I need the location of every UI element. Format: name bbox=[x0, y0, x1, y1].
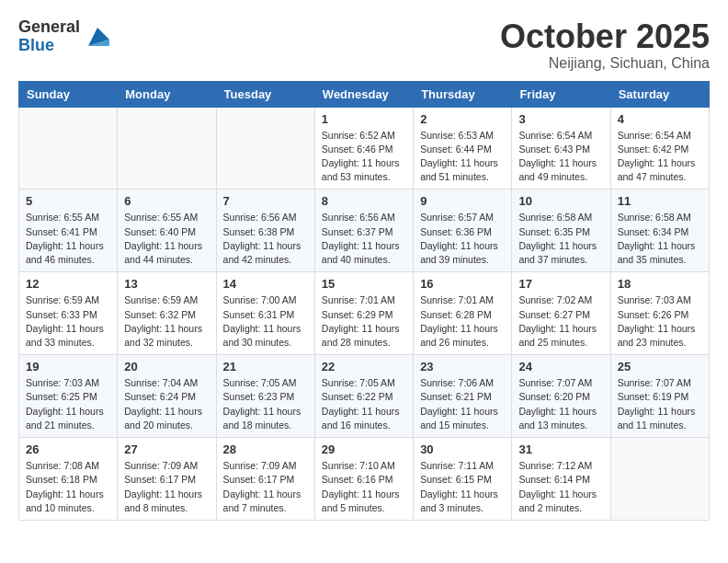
day-info: Sunrise: 7:06 AM Sunset: 6:21 PM Dayligh… bbox=[420, 376, 505, 432]
day-info: Sunrise: 7:03 AM Sunset: 6:25 PM Dayligh… bbox=[26, 376, 110, 432]
day-number: 19 bbox=[26, 360, 110, 373]
day-number: 8 bbox=[322, 194, 406, 208]
day-info: Sunrise: 7:01 AM Sunset: 6:29 PM Dayligh… bbox=[322, 293, 406, 350]
day-number: 21 bbox=[223, 360, 308, 373]
day-number: 18 bbox=[618, 277, 702, 291]
day-number: 11 bbox=[618, 194, 702, 208]
day-info: Sunrise: 6:55 AM Sunset: 6:40 PM Dayligh… bbox=[124, 211, 209, 267]
calendar-cell: 6Sunrise: 6:55 AM Sunset: 6:40 PM Daylig… bbox=[118, 190, 216, 272]
calendar-cell: 24Sunrise: 7:07 AM Sunset: 6:20 PM Dayli… bbox=[512, 355, 610, 438]
day-info: Sunrise: 7:03 AM Sunset: 6:26 PM Dayligh… bbox=[618, 293, 702, 350]
day-info: Sunrise: 7:09 AM Sunset: 6:17 PM Dayligh… bbox=[223, 459, 308, 515]
calendar-cell: 21Sunrise: 7:05 AM Sunset: 6:23 PM Dayli… bbox=[216, 355, 314, 438]
day-info: Sunrise: 6:58 AM Sunset: 6:34 PM Dayligh… bbox=[618, 211, 702, 267]
calendar-week-row: 19Sunrise: 7:03 AM Sunset: 6:25 PM Dayli… bbox=[19, 355, 710, 438]
calendar-cell: 11Sunrise: 6:58 AM Sunset: 6:34 PM Dayli… bbox=[610, 190, 709, 272]
logo-general: General bbox=[18, 18, 80, 37]
day-info: Sunrise: 7:05 AM Sunset: 6:22 PM Dayligh… bbox=[322, 376, 406, 432]
location: Neijiang, Sichuan, China bbox=[500, 55, 710, 72]
title-section: October 2025 Neijiang, Sichuan, China bbox=[500, 18, 710, 72]
calendar-cell: 10Sunrise: 6:58 AM Sunset: 6:35 PM Dayli… bbox=[512, 190, 610, 272]
calendar-cell: 13Sunrise: 6:59 AM Sunset: 6:32 PM Dayli… bbox=[118, 272, 216, 355]
calendar-cell: 17Sunrise: 7:02 AM Sunset: 6:27 PM Dayli… bbox=[512, 272, 610, 355]
calendar-cell bbox=[118, 107, 216, 190]
calendar-cell: 1Sunrise: 6:52 AM Sunset: 6:46 PM Daylig… bbox=[314, 107, 413, 190]
day-header: Monday bbox=[118, 81, 216, 107]
day-info: Sunrise: 7:07 AM Sunset: 6:19 PM Dayligh… bbox=[618, 376, 702, 432]
page-header: General Blue October 2025 Neijiang, Sich… bbox=[18, 18, 710, 72]
day-info: Sunrise: 6:53 AM Sunset: 6:44 PM Dayligh… bbox=[420, 129, 505, 185]
calendar-cell: 26Sunrise: 7:08 AM Sunset: 6:18 PM Dayli… bbox=[19, 438, 118, 521]
day-info: Sunrise: 7:11 AM Sunset: 6:15 PM Dayligh… bbox=[420, 459, 505, 515]
calendar-cell: 30Sunrise: 7:11 AM Sunset: 6:15 PM Dayli… bbox=[414, 438, 512, 521]
day-number: 31 bbox=[518, 442, 603, 456]
day-header: Tuesday bbox=[216, 81, 314, 107]
calendar-week-row: 12Sunrise: 6:59 AM Sunset: 6:33 PM Dayli… bbox=[19, 272, 710, 355]
calendar: SundayMondayTuesdayWednesdayThursdayFrid… bbox=[18, 81, 710, 521]
calendar-cell: 20Sunrise: 7:04 AM Sunset: 6:24 PM Dayli… bbox=[118, 355, 216, 438]
day-info: Sunrise: 7:10 AM Sunset: 6:16 PM Dayligh… bbox=[322, 459, 406, 515]
logo-text: General Blue bbox=[18, 18, 80, 55]
day-number: 12 bbox=[26, 277, 110, 291]
day-info: Sunrise: 6:56 AM Sunset: 6:37 PM Dayligh… bbox=[322, 211, 406, 267]
day-info: Sunrise: 6:57 AM Sunset: 6:36 PM Dayligh… bbox=[420, 211, 505, 267]
day-number: 24 bbox=[518, 360, 603, 373]
day-info: Sunrise: 6:56 AM Sunset: 6:38 PM Dayligh… bbox=[223, 211, 308, 267]
calendar-cell: 14Sunrise: 7:00 AM Sunset: 6:31 PM Dayli… bbox=[216, 272, 314, 355]
calendar-cell: 16Sunrise: 7:01 AM Sunset: 6:28 PM Dayli… bbox=[414, 272, 512, 355]
day-info: Sunrise: 7:07 AM Sunset: 6:20 PM Dayligh… bbox=[518, 376, 603, 432]
day-number: 29 bbox=[322, 442, 406, 456]
calendar-cell: 25Sunrise: 7:07 AM Sunset: 6:19 PM Dayli… bbox=[610, 355, 709, 438]
day-header: Wednesday bbox=[314, 81, 413, 107]
calendar-cell bbox=[610, 438, 709, 521]
day-number: 6 bbox=[124, 194, 209, 208]
day-number: 3 bbox=[518, 112, 603, 126]
day-header: Friday bbox=[512, 81, 610, 107]
day-header: Thursday bbox=[414, 81, 512, 107]
calendar-cell: 29Sunrise: 7:10 AM Sunset: 6:16 PM Dayli… bbox=[314, 438, 413, 521]
day-number: 13 bbox=[124, 277, 209, 291]
calendar-cell: 28Sunrise: 7:09 AM Sunset: 6:17 PM Dayli… bbox=[216, 438, 314, 521]
day-number: 9 bbox=[420, 194, 505, 208]
day-info: Sunrise: 7:08 AM Sunset: 6:18 PM Dayligh… bbox=[26, 459, 110, 515]
calendar-cell: 4Sunrise: 6:54 AM Sunset: 6:42 PM Daylig… bbox=[610, 107, 709, 190]
calendar-week-row: 5Sunrise: 6:55 AM Sunset: 6:41 PM Daylig… bbox=[19, 190, 710, 272]
calendar-cell: 12Sunrise: 6:59 AM Sunset: 6:33 PM Dayli… bbox=[19, 272, 118, 355]
calendar-cell: 7Sunrise: 6:56 AM Sunset: 6:38 PM Daylig… bbox=[216, 190, 314, 272]
calendar-cell: 18Sunrise: 7:03 AM Sunset: 6:26 PM Dayli… bbox=[610, 272, 709, 355]
day-info: Sunrise: 6:54 AM Sunset: 6:42 PM Dayligh… bbox=[618, 129, 702, 185]
day-number: 17 bbox=[518, 277, 603, 291]
day-info: Sunrise: 6:52 AM Sunset: 6:46 PM Dayligh… bbox=[322, 129, 406, 185]
day-info: Sunrise: 6:54 AM Sunset: 6:43 PM Dayligh… bbox=[518, 129, 603, 185]
logo-blue: Blue bbox=[18, 37, 80, 55]
month-title: October 2025 bbox=[500, 18, 710, 55]
day-number: 30 bbox=[420, 442, 505, 456]
day-number: 5 bbox=[26, 194, 110, 208]
day-info: Sunrise: 7:00 AM Sunset: 6:31 PM Dayligh… bbox=[223, 293, 308, 350]
day-info: Sunrise: 7:05 AM Sunset: 6:23 PM Dayligh… bbox=[223, 376, 308, 432]
calendar-cell: 15Sunrise: 7:01 AM Sunset: 6:29 PM Dayli… bbox=[314, 272, 413, 355]
day-number: 2 bbox=[420, 112, 505, 126]
day-info: Sunrise: 7:01 AM Sunset: 6:28 PM Dayligh… bbox=[420, 293, 505, 350]
day-number: 1 bbox=[322, 112, 406, 126]
day-info: Sunrise: 7:02 AM Sunset: 6:27 PM Dayligh… bbox=[518, 293, 603, 350]
logo-icon bbox=[84, 23, 111, 51]
day-info: Sunrise: 6:55 AM Sunset: 6:41 PM Dayligh… bbox=[26, 211, 110, 267]
calendar-cell: 23Sunrise: 7:06 AM Sunset: 6:21 PM Dayli… bbox=[414, 355, 512, 438]
calendar-cell bbox=[19, 107, 118, 190]
logo: General Blue bbox=[18, 18, 111, 55]
calendar-cell: 5Sunrise: 6:55 AM Sunset: 6:41 PM Daylig… bbox=[19, 190, 118, 272]
day-info: Sunrise: 7:04 AM Sunset: 6:24 PM Dayligh… bbox=[124, 376, 209, 432]
calendar-header-row: SundayMondayTuesdayWednesdayThursdayFrid… bbox=[19, 81, 710, 107]
day-number: 23 bbox=[420, 360, 505, 373]
day-header: Saturday bbox=[610, 81, 709, 107]
day-number: 14 bbox=[223, 277, 308, 291]
day-info: Sunrise: 6:59 AM Sunset: 6:32 PM Dayligh… bbox=[124, 293, 209, 350]
day-info: Sunrise: 7:12 AM Sunset: 6:14 PM Dayligh… bbox=[518, 459, 603, 515]
day-number: 10 bbox=[518, 194, 603, 208]
day-info: Sunrise: 6:59 AM Sunset: 6:33 PM Dayligh… bbox=[26, 293, 110, 350]
calendar-cell bbox=[216, 107, 314, 190]
calendar-cell: 9Sunrise: 6:57 AM Sunset: 6:36 PM Daylig… bbox=[414, 190, 512, 272]
day-info: Sunrise: 7:09 AM Sunset: 6:17 PM Dayligh… bbox=[124, 459, 209, 515]
day-number: 16 bbox=[420, 277, 505, 291]
